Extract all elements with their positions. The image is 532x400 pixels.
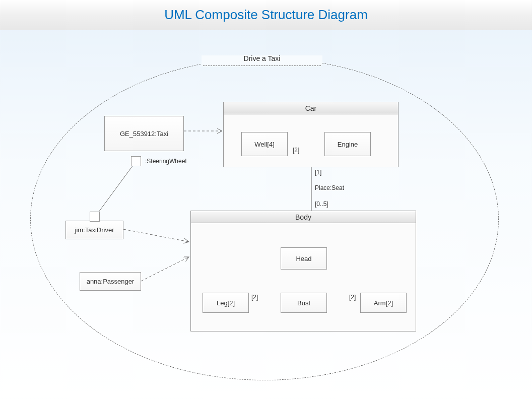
bust-node: Bust xyxy=(281,293,327,313)
collaboration-label: Drive a Taxi xyxy=(203,54,321,66)
seat-label: Place:Seat xyxy=(315,184,344,191)
seat-bottom-mult: [0..5] xyxy=(315,201,328,208)
driver-label: jim:TaxiDriver xyxy=(75,226,114,234)
leg-mult: [2] xyxy=(251,294,258,301)
car-body: Well[4] [2] Engine xyxy=(224,114,398,167)
engine-node: Engine xyxy=(324,132,371,156)
passenger-node: anna:Passenger xyxy=(80,272,141,291)
arm-node: Arm[2] xyxy=(360,293,407,313)
taxi-port xyxy=(131,156,141,166)
driver-node: jim:TaxiDriver xyxy=(65,221,123,239)
driver-port xyxy=(90,212,100,222)
steering-label: :SteeringWheel xyxy=(145,158,186,165)
head-label: Head xyxy=(296,255,311,262)
diagram-canvas: Drive a Taxi GE_553912:Taxi :SteeringWhe… xyxy=(0,30,532,400)
body-title: Body xyxy=(191,211,416,223)
arm-mult: [2] xyxy=(349,294,356,301)
seat-top-mult: [1] xyxy=(315,169,321,176)
well-node: Well[4] xyxy=(241,132,288,156)
leg-node: Leg[2] xyxy=(203,293,249,313)
head-node: Head xyxy=(281,247,327,270)
leg-label: Leg[2] xyxy=(217,299,235,307)
taxi-label: GE_553912:Taxi xyxy=(120,130,168,138)
passenger-label: anna:Passenger xyxy=(87,278,135,285)
well-mult: [2] xyxy=(293,147,299,154)
car-title: Car xyxy=(224,102,398,114)
well-label: Well[4] xyxy=(254,141,275,148)
engine-label: Engine xyxy=(338,141,358,148)
bust-label: Bust xyxy=(297,299,310,307)
taxi-node: GE_553912:Taxi xyxy=(104,116,184,151)
page-title: UML Composite Structure Diagram xyxy=(164,7,368,23)
arm-label: Arm[2] xyxy=(374,299,393,307)
body-composite: Body Head Leg[2] [2] Bust [2] Arm[2] xyxy=(190,211,416,331)
car-composite: Car Well[4] [2] Engine xyxy=(223,102,398,167)
body-inner: Head Leg[2] [2] Bust [2] Arm[2] xyxy=(191,223,416,331)
page-header: UML Composite Structure Diagram xyxy=(0,0,532,30)
